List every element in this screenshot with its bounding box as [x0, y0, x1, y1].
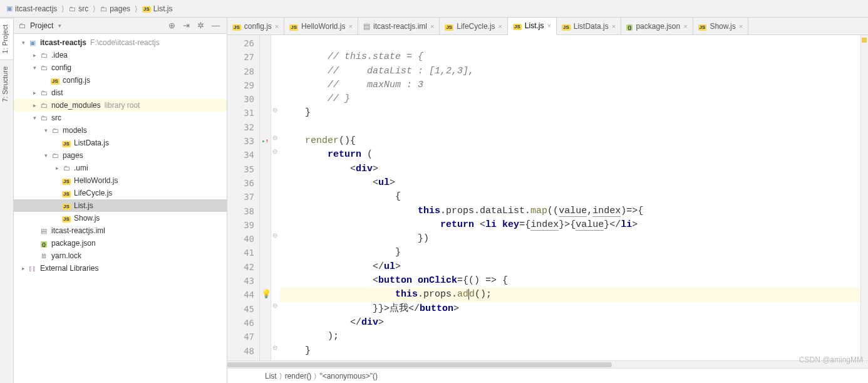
code-line[interactable]: this.props.dataList.map((value,index)=>{: [280, 204, 860, 218]
code-line[interactable]: </ul>: [280, 260, 860, 274]
gear-icon[interactable]: ✲: [195, 21, 206, 30]
code-line[interactable]: // this.state = {: [280, 50, 860, 64]
close-icon[interactable]: ×: [547, 22, 551, 29]
collapse-icon[interactable]: ⇥: [181, 21, 192, 30]
code-line[interactable]: }: [280, 344, 860, 358]
fold-icon[interactable]: ⊖: [272, 232, 277, 239]
scrollbar-thumb[interactable]: [227, 362, 612, 367]
close-icon[interactable]: ×: [612, 23, 616, 30]
fold-icon[interactable]: ⊖: [272, 344, 277, 351]
iml-icon: ▤: [363, 22, 370, 31]
tree-row[interactable]: ▾🗀config: [14, 61, 227, 74]
code-line[interactable]: }}>点我</button>: [280, 302, 860, 316]
tree-row[interactable]: JSShow.js: [14, 212, 227, 224]
status-crumb-item[interactable]: render(): [285, 372, 312, 380]
close-icon[interactable]: ×: [499, 23, 502, 30]
tree-row[interactable]: JSListData.js: [14, 137, 227, 149]
fold-icon[interactable]: ⊖: [272, 302, 277, 309]
code-line[interactable]: </div>: [280, 316, 860, 330]
tree-row[interactable]: ▸🗀.idea: [14, 49, 227, 61]
code-line[interactable]: 💡 this.props.add();: [280, 288, 860, 302]
side-tab[interactable]: 1: Project: [0, 18, 13, 60]
editor-tab[interactable]: JSLifeCycle.js×: [440, 18, 508, 34]
horizontal-scrollbar[interactable]: [227, 360, 868, 368]
js-icon: JS: [562, 22, 571, 31]
breadcrumb-item[interactable]: ▣itcast-reactjs: [3, 4, 61, 13]
tree-row[interactable]: JSList.js: [14, 199, 227, 212]
code-line[interactable]: render(){: [280, 134, 860, 148]
fold-icon[interactable]: ⊖: [272, 134, 277, 141]
tree-toggle[interactable]: ▸: [19, 265, 28, 271]
code-line[interactable]: }): [280, 232, 860, 246]
code-line[interactable]: // }: [280, 92, 860, 106]
breadcrumb-label: src: [78, 4, 88, 13]
locate-icon[interactable]: ⊕: [167, 21, 177, 30]
breadcrumb-item[interactable]: 🗀src: [65, 4, 92, 13]
code-line[interactable]: return (: [280, 148, 860, 162]
code-line[interactable]: [280, 36, 860, 50]
code-line[interactable]: <ul>: [280, 176, 860, 190]
close-icon[interactable]: ×: [275, 23, 279, 30]
tree-row[interactable]: ▾🗀src: [14, 112, 227, 124]
intention-bulb-icon[interactable]: 💡: [261, 288, 271, 302]
hide-icon[interactable]: —: [210, 21, 222, 30]
dropdown-icon[interactable]: ▾: [58, 23, 61, 29]
tree-row[interactable]: ▸🗀node_moduleslibrary root: [14, 99, 227, 112]
tree-row[interactable]: ▸🗀.umi: [14, 162, 227, 174]
tree-toggle[interactable]: ▾: [30, 115, 39, 121]
tree-row[interactable]: {}package.json: [14, 237, 227, 249]
code-line[interactable]: {: [280, 190, 860, 204]
tree-toggle[interactable]: ▸: [30, 90, 39, 96]
editor-tab[interactable]: ▤itcast-reactjs.iml×: [358, 18, 440, 34]
fold-icon[interactable]: ⊖: [272, 148, 277, 155]
breadcrumb-item[interactable]: JSList.js: [138, 4, 176, 13]
tree-toggle[interactable]: ▾: [30, 65, 39, 71]
editor-tab[interactable]: JSListData.js×: [557, 18, 621, 34]
code-line[interactable]: return <li key={index}>{value}</li>: [280, 218, 860, 232]
tree-toggle[interactable]: ▾: [41, 127, 50, 134]
tree-hint: F:\code\itcast-reactjs: [90, 38, 160, 47]
close-icon[interactable]: ×: [430, 23, 434, 30]
editor-tab[interactable]: {}package.json×: [621, 18, 693, 34]
editor-tab[interactable]: JSList.js×: [508, 18, 557, 35]
tree-row[interactable]: ▤itcast-reactjs.iml: [14, 224, 227, 237]
tree-toggle[interactable]: ▸: [30, 52, 39, 58]
close-icon[interactable]: ×: [683, 23, 687, 30]
tree-row[interactable]: 🗎yarn.lock: [14, 249, 227, 262]
tree-row[interactable]: JSconfig.js: [14, 74, 227, 87]
fold-icon[interactable]: ⊖: [272, 107, 277, 113]
tree-row[interactable]: ▾🗀models: [14, 124, 227, 137]
code-line[interactable]: );: [280, 330, 860, 344]
editor-tab[interactable]: JSShow.js×: [693, 18, 749, 34]
scroll-marker-bar[interactable]: [860, 35, 868, 360]
code-line[interactable]: }: [280, 106, 860, 120]
tree-row[interactable]: ▾▣itcast-reactjsF:\code\itcast-reactjs: [14, 36, 227, 49]
tree-toggle[interactable]: ▸: [30, 102, 39, 108]
tree-row[interactable]: ▾🗀pages: [14, 149, 227, 162]
close-icon[interactable]: ×: [349, 23, 353, 30]
code-line[interactable]: }: [280, 246, 860, 260]
code-content[interactable]: // this.state = { // dataList : [1,2,3],…: [280, 35, 860, 360]
code-line[interactable]: // maxNum : 3: [280, 78, 860, 92]
warning-marker[interactable]: [862, 38, 867, 43]
side-tab[interactable]: 7: Structure: [0, 60, 13, 108]
close-icon[interactable]: ×: [739, 23, 743, 30]
status-crumb-item[interactable]: List: [265, 372, 277, 380]
tree-row[interactable]: ▸⫿⫿External Libraries: [14, 262, 227, 275]
editor-body[interactable]: 2627282930313233343536373839404142434445…: [227, 35, 868, 360]
code-line[interactable]: <button onClick={() => {: [280, 274, 860, 288]
status-crumb-item[interactable]: "<anonymous>"(): [319, 372, 378, 380]
code-line[interactable]: [280, 120, 860, 134]
code-line[interactable]: // dataList : [1,2,3],: [280, 65, 860, 78]
project-tree[interactable]: ▾▣itcast-reactjsF:\code\itcast-reactjs▸🗀…: [14, 34, 227, 383]
tree-row[interactable]: ▸🗀dist: [14, 87, 227, 99]
tree-toggle[interactable]: ▸: [53, 165, 61, 171]
code-line[interactable]: <div>: [280, 162, 860, 176]
tree-row[interactable]: JSHelloWorld.js: [14, 174, 227, 187]
tree-toggle[interactable]: ▾: [19, 39, 28, 46]
tree-row[interactable]: JSLifeCycle.js: [14, 187, 227, 199]
tree-toggle[interactable]: ▾: [41, 152, 50, 159]
editor-tab[interactable]: JSconfig.js×: [227, 18, 284, 34]
breadcrumb-item[interactable]: 🗀pages: [96, 4, 134, 13]
editor-tab[interactable]: JSHelloWorld.js×: [284, 18, 358, 34]
